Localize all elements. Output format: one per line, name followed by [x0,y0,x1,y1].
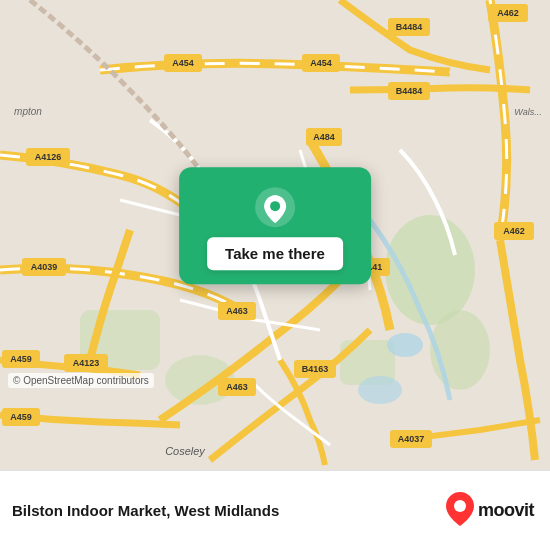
svg-text:B4484: B4484 [396,22,423,32]
take-me-there-button[interactable]: Take me there [207,237,343,270]
moovit-pin-icon [446,492,474,530]
svg-text:A484: A484 [313,132,335,142]
svg-point-6 [387,333,423,357]
moovit-logo: moovit [446,492,534,530]
svg-text:mpton: mpton [14,106,42,117]
location-card: Take me there [179,167,371,284]
location-pin-icon [253,185,297,229]
svg-text:B4484: B4484 [396,86,423,96]
svg-text:A462: A462 [497,8,519,18]
svg-text:A4037: A4037 [398,434,425,444]
svg-text:B4163: B4163 [302,364,329,374]
location-name: Bilston Indoor Market, West Midlands [12,502,279,519]
svg-point-47 [270,201,280,211]
svg-text:Wals...: Wals... [514,107,541,117]
svg-text:A459: A459 [10,412,32,422]
map-attribution: © OpenStreetMap contributors [8,373,154,388]
svg-text:A459: A459 [10,354,32,364]
svg-text:A4123: A4123 [73,358,100,368]
svg-text:A454: A454 [310,58,332,68]
map-area: A462 B4484 B4484 A454 A454 A4126 A484 A4… [0,0,550,470]
svg-text:A463: A463 [226,306,248,316]
svg-point-7 [358,376,402,404]
bottom-bar: Bilston Indoor Market, West Midlands moo… [0,470,550,550]
svg-text:Coseley: Coseley [165,445,206,457]
attribution-text: © OpenStreetMap contributors [13,375,149,386]
svg-text:A454: A454 [172,58,194,68]
location-info: Bilston Indoor Market, West Midlands [12,502,279,519]
svg-text:A462: A462 [503,226,525,236]
svg-text:A463: A463 [226,382,248,392]
moovit-brand-text: moovit [478,500,534,521]
svg-point-48 [454,500,466,512]
svg-point-1 [385,215,475,325]
svg-text:A4039: A4039 [31,262,58,272]
svg-text:A4126: A4126 [35,152,62,162]
